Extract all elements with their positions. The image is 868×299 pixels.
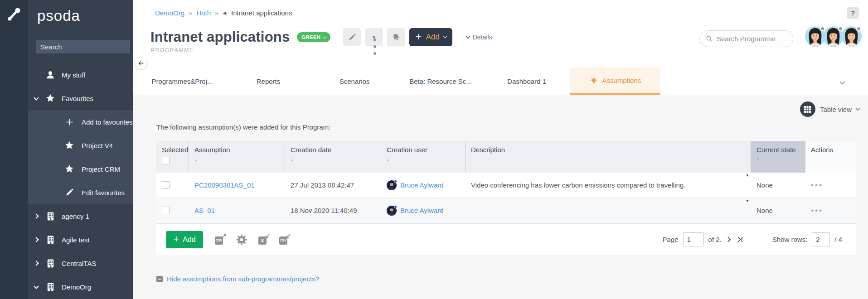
- sidebar-item-my-stuff[interactable]: My stuff: [28, 63, 133, 87]
- column-label: Assumption: [194, 146, 230, 154]
- star-icon: [63, 164, 75, 174]
- avatar[interactable]: [841, 26, 862, 47]
- back-triangle-icon[interactable]: ◀: [223, 10, 226, 15]
- sidebar-item-centraltas[interactable]: CentralTAS: [28, 251, 133, 275]
- cell-marker-icon: ▾: [746, 173, 748, 178]
- ellipsis-icon: [373, 36, 375, 39]
- next-page-icon[interactable]: [726, 236, 732, 242]
- table-header: Selected Assumption ↓ Creation date ↓ Cr…: [156, 141, 856, 173]
- avatar[interactable]: [805, 26, 825, 47]
- sidebar-item-project-crm[interactable]: Project CRM: [28, 157, 133, 181]
- creation-date-cell: 18 Nov 2020 11:40:49: [285, 198, 381, 223]
- building-icon: [44, 235, 56, 245]
- notifications-button[interactable]: [387, 28, 405, 46]
- column-header-creation-user[interactable]: Creation user ↓: [381, 141, 466, 173]
- sidebar-item-label: Agile test: [62, 236, 90, 244]
- gear-icon[interactable]: [236, 234, 247, 246]
- column-label: Selected: [162, 146, 188, 154]
- tab-label: Beta: Resource Sc...: [409, 77, 472, 85]
- add-button[interactable]: + Add: [409, 28, 452, 46]
- sidebar-item-label: agency 1: [62, 212, 89, 220]
- column-header-selected: Selected: [156, 141, 189, 173]
- details-toggle[interactable]: Details: [466, 34, 492, 41]
- status-badge-label: GREEN: [301, 34, 320, 40]
- sidebar-item-edit-favourites[interactable]: Edit favourites: [28, 181, 133, 204]
- tab-assumptions[interactable]: Assumptions: [570, 68, 660, 95]
- row-checkbox[interactable]: [162, 181, 170, 189]
- tab-scenarios[interactable]: Scenarios: [311, 68, 398, 95]
- tab-dashboard-1[interactable]: Dashboard 1: [484, 68, 570, 95]
- avatar[interactable]: [823, 26, 844, 47]
- sidebar-item-agile-test[interactable]: Agile test: [28, 228, 133, 251]
- tab-reports[interactable]: Reports: [225, 68, 311, 95]
- hide-assumptions-label: Hide assumptions from sub-programmes/pro…: [167, 275, 319, 283]
- intro-text: The following assumption(s) were added f…: [156, 123, 330, 131]
- show-rows-label: Show rows:: [772, 236, 808, 243]
- chevron-right-icon: [34, 237, 39, 242]
- plus-icon: +: [173, 233, 179, 245]
- more-actions-button[interactable]: [365, 28, 383, 46]
- breadcrumb: DemoOrg » Hoth » ◀ Intranet applications: [155, 9, 292, 17]
- sidebar-item-label: My stuff: [62, 71, 85, 79]
- sidebar-search-input[interactable]: [36, 40, 130, 53]
- status-badge[interactable]: GREEN: [297, 32, 330, 42]
- breadcrumb-separator: »: [189, 9, 192, 17]
- sidebar-item-demoorg[interactable]: DemoOrg: [28, 275, 133, 299]
- column-label: Description: [471, 146, 505, 154]
- column-label: Actions: [811, 146, 833, 154]
- arrow-left-icon: [138, 60, 145, 67]
- sort-ascending-icon[interactable]: ↑: [756, 155, 800, 163]
- select-all-checkbox[interactable]: [162, 157, 170, 164]
- column-header-current-state[interactable]: Current state ↑: [751, 141, 805, 173]
- sidebar-item-label: Favourites: [62, 95, 93, 102]
- table-tools: CSV↗ X↙ CSV↙: [215, 234, 289, 246]
- sidebar-item-label: DemoOrg: [62, 283, 91, 291]
- assumption-link[interactable]: PC20090301AS_01: [194, 181, 255, 189]
- sort-descending-icon[interactable]: ↓: [291, 155, 375, 163]
- column-label: Creation user: [387, 146, 427, 154]
- row-actions-button[interactable]: •••: [811, 181, 823, 189]
- edit-button[interactable]: [343, 28, 361, 46]
- hide-assumptions-link[interactable]: Hide assumptions from sub-programmes/pro…: [156, 275, 319, 283]
- csv-import-icon[interactable]: CSV↙: [279, 235, 289, 245]
- tab-beta-resource[interactable]: Beta: Resource Sc...: [398, 68, 484, 95]
- excel-import-icon[interactable]: X↙: [258, 235, 268, 245]
- user-avatar[interactable]: [387, 206, 397, 216]
- sidebar-item-favourites[interactable]: Favourites: [28, 87, 133, 110]
- tab-programmes-projects[interactable]: Programmes&Proj...: [139, 68, 225, 95]
- show-rows-input[interactable]: [812, 232, 830, 246]
- selected-cell: [156, 173, 189, 198]
- last-page-icon[interactable]: [737, 236, 743, 242]
- user-link[interactable]: Bruce Aylward: [400, 181, 444, 189]
- programme-search-input[interactable]: [717, 35, 785, 43]
- breadcrumb-link-demoorg[interactable]: DemoOrg: [155, 9, 184, 17]
- tab-label: Assumptions: [602, 77, 641, 84]
- sort-descending-icon[interactable]: ↓: [194, 155, 279, 163]
- column-header-creation-date[interactable]: Creation date ↓: [285, 141, 381, 173]
- sidebar-item-label: CentralTAS: [62, 260, 96, 267]
- breadcrumb-link-hoth[interactable]: Hoth: [196, 9, 211, 17]
- sidebar: psoda My stuff Favourites: [28, 0, 133, 299]
- sidebar-collapse-button[interactable]: [135, 57, 147, 69]
- page-input[interactable]: [683, 232, 704, 246]
- column-header-description[interactable]: Description: [466, 141, 751, 173]
- user-link[interactable]: Bruce Aylward: [400, 207, 444, 214]
- tabs-overflow-button[interactable]: [840, 77, 844, 86]
- status-dot: [394, 180, 397, 183]
- help-button[interactable]: ?: [847, 7, 859, 19]
- view-selector[interactable]: Table view: [800, 101, 859, 117]
- sidebar-item-project-v4[interactable]: Project V4: [28, 134, 133, 157]
- row-checkbox[interactable]: [162, 207, 170, 214]
- row-actions-button[interactable]: •••: [811, 207, 823, 214]
- assumption-cell: AS_01: [189, 198, 285, 223]
- csv-export-icon[interactable]: CSV↗: [215, 235, 225, 245]
- person-icon: [44, 70, 56, 80]
- user-avatar[interactable]: [387, 180, 397, 190]
- sidebar-item-add-to-favourites[interactable]: Add to favourites: [28, 110, 133, 134]
- column-header-assumption[interactable]: Assumption ↓: [189, 141, 285, 173]
- sidebar-item-agency-1[interactable]: agency 1: [28, 204, 133, 228]
- sort-descending-icon[interactable]: ↓: [387, 155, 460, 163]
- assumption-link[interactable]: AS_01: [194, 207, 215, 214]
- details-label: Details: [473, 34, 492, 41]
- table-add-button[interactable]: + Add: [166, 231, 203, 248]
